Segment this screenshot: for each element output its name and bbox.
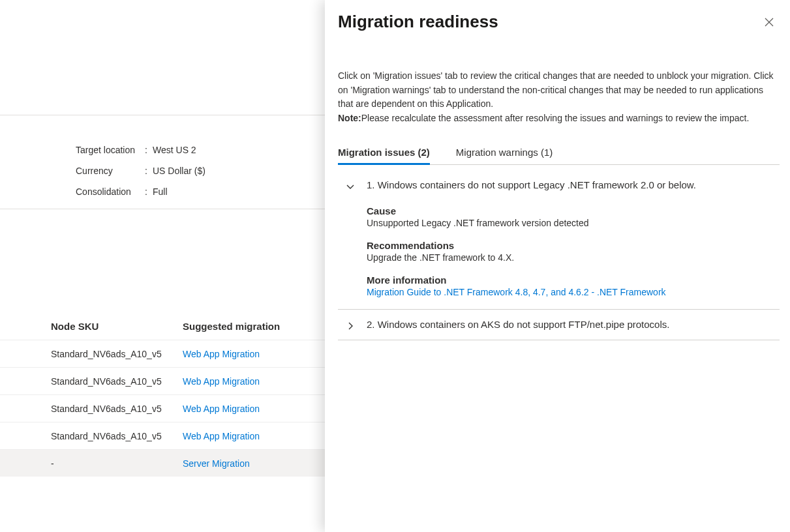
issue-header[interactable]: 1. Windows containers do not support Leg… xyxy=(338,179,780,191)
close-icon xyxy=(765,18,774,27)
issue-more-link[interactable]: Migration Guide to .NET Framework 4.8, 4… xyxy=(367,287,666,297)
kv-separator: : xyxy=(145,145,153,155)
tabs: Migration issues (2) Migration warnings … xyxy=(338,147,780,165)
kv-value: West US 2 xyxy=(153,145,196,155)
cell-node-sku: Standard_NV6ads_A10_v5 xyxy=(0,431,183,441)
panel-desc-text: Click on 'Migration issues' tab to revie… xyxy=(338,70,774,109)
kv-separator: : xyxy=(145,166,153,176)
link-suggested-tool[interactable]: Server Migration xyxy=(183,458,250,469)
panel-description: Click on 'Migration issues' tab to revie… xyxy=(338,69,780,126)
issue-rec-label: Recommendations xyxy=(367,240,780,251)
summary-key-values: Target location : West US 2 Currency : U… xyxy=(76,145,205,197)
issue-cause: Cause Unsupported Legacy .NET framework … xyxy=(367,205,780,228)
chevron-down-icon xyxy=(346,182,355,191)
issue-rec-text: Upgrade the .NET framework to 4.X. xyxy=(367,252,780,263)
kv-label: Consolidation xyxy=(76,186,145,197)
cell-node-sku: Standard_NV6ads_A10_v5 xyxy=(0,349,183,359)
issue-item: 2. Windows containers on AKS do not supp… xyxy=(338,310,780,340)
issues-list: 1. Windows containers do not support Leg… xyxy=(338,170,780,340)
col-header-node-sku: Node SKU xyxy=(0,321,183,332)
link-suggested-tool[interactable]: Web App Migration xyxy=(183,349,260,359)
issue-cause-text: Unsupported Legacy .NET framework versio… xyxy=(367,218,780,228)
link-suggested-tool[interactable]: Web App Migration xyxy=(183,431,260,441)
chevron-right-icon xyxy=(346,321,355,331)
kv-target-location: Target location : West US 2 xyxy=(76,145,205,155)
panel-title: Migration readiness xyxy=(338,10,498,32)
cell-node-sku: - xyxy=(0,458,183,469)
col-header-suggested-migration: Suggested migration xyxy=(183,321,339,332)
issue-title: 2. Windows containers on AKS do not supp… xyxy=(367,319,669,330)
kv-value: Full xyxy=(153,186,168,197)
kv-separator: : xyxy=(145,186,153,197)
issue-header[interactable]: 2. Windows containers on AKS do not supp… xyxy=(338,319,780,331)
issue-item: 1. Windows containers do not support Leg… xyxy=(338,170,780,310)
issue-recommendations: Recommendations Upgrade the .NET framewo… xyxy=(367,240,780,263)
link-suggested-tool[interactable]: Web App Migration xyxy=(183,404,260,414)
link-suggested-tool[interactable]: Web App Migration xyxy=(183,376,260,387)
kv-label: Target location xyxy=(76,145,145,155)
issue-cause-label: Cause xyxy=(367,205,780,216)
cell-node-sku: Standard_NV6ads_A10_v5 xyxy=(0,376,183,387)
kv-label: Currency xyxy=(76,166,145,176)
migration-readiness-panel: Migration readiness Click on 'Migration … xyxy=(325,0,790,532)
panel-header: Migration readiness xyxy=(338,10,780,33)
tab-migration-warnings[interactable]: Migration warnings (1) xyxy=(456,147,553,164)
kv-consolidation: Consolidation : Full xyxy=(76,186,205,197)
panel-note-label: Note: xyxy=(338,113,361,123)
panel-note-text: Please recalculate the assessment after … xyxy=(361,113,750,123)
tab-migration-issues[interactable]: Migration issues (2) xyxy=(338,147,430,164)
kv-currency: Currency : US Dollar ($) xyxy=(76,166,205,176)
cell-node-sku: Standard_NV6ads_A10_v5 xyxy=(0,404,183,414)
issue-title: 1. Windows containers do not support Leg… xyxy=(367,179,696,190)
kv-value: US Dollar ($) xyxy=(153,166,205,176)
issue-more-label: More information xyxy=(367,274,780,286)
issue-more-information: More information Migration Guide to .NET… xyxy=(367,274,780,297)
issue-body: Cause Unsupported Legacy .NET framework … xyxy=(338,191,780,300)
close-button[interactable] xyxy=(759,12,780,33)
